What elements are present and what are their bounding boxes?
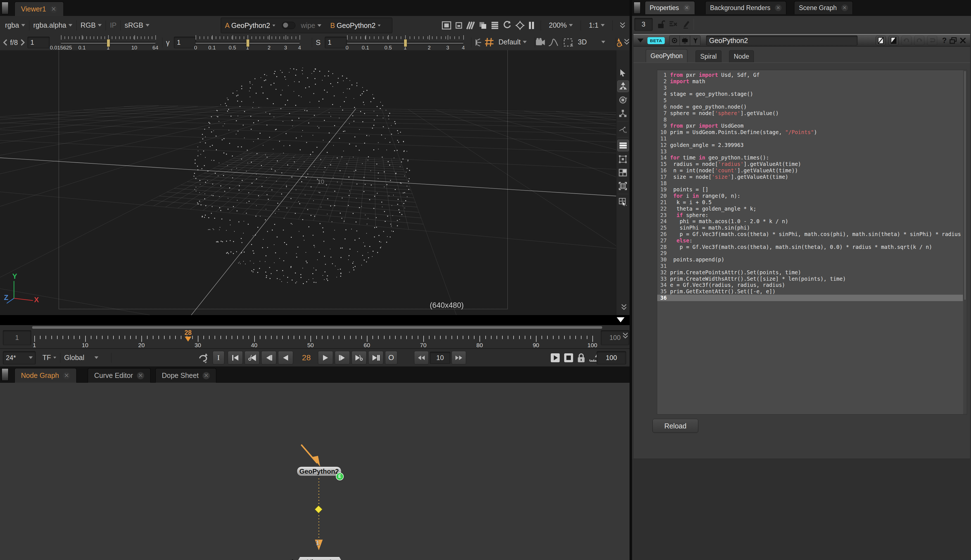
lock-range-icon[interactable] (577, 353, 586, 363)
revert-button[interactable] (927, 36, 937, 45)
headlamp-icon[interactable] (473, 38, 482, 47)
close-icon[interactable]: ✕ (137, 372, 144, 379)
cycle-button[interactable]: O (385, 351, 397, 365)
transform-axes-button[interactable] (617, 124, 629, 135)
collapse-triangle-icon[interactable] (637, 38, 644, 42)
refresh-icon[interactable] (503, 21, 512, 30)
fstop-next-icon[interactable] (20, 39, 25, 46)
node-name-input[interactable]: GeoPython2 (706, 35, 858, 45)
pause-icon[interactable] (528, 21, 534, 30)
input-process-toggle[interactable]: IP (108, 21, 118, 29)
pane-divider-handle[interactable] (634, 2, 641, 14)
skip-to-end-button[interactable] (368, 351, 384, 365)
frame-increment-box[interactable]: 10 (430, 352, 450, 364)
grid-hash-icon[interactable] (484, 37, 494, 47)
step-forward-button[interactable] (335, 351, 350, 365)
layers-panel-button[interactable] (617, 140, 629, 152)
lock-panels-icon[interactable] (657, 20, 665, 29)
fps-dropdown[interactable]: 24* (3, 351, 36, 365)
fstop-prev-icon[interactable] (3, 39, 8, 46)
roi-icon[interactable] (563, 38, 573, 47)
pixel-aspect-dropdown[interactable]: 1:1 (587, 21, 606, 29)
tab-dope-sheet[interactable]: Dope Sheet ✕ (155, 368, 216, 383)
a-buffer-dropdown[interactable]: GeoPython2 (230, 22, 277, 30)
next-keyframe-button[interactable] (352, 351, 367, 365)
camera-icon[interactable] (536, 38, 546, 47)
proxy-toggle-icon[interactable] (455, 22, 462, 29)
collapse-controls-icon[interactable] (624, 38, 630, 46)
code-editor[interactable]: 1from pxr import Usd, Sdf, Gf2import mat… (657, 70, 967, 415)
gamma-input[interactable]: 1 (174, 37, 196, 48)
b-buffer-label[interactable]: B (330, 22, 335, 30)
quad-view-button[interactable] (617, 167, 629, 178)
wipe-toggle[interactable] (282, 22, 295, 29)
tab-node-graph[interactable]: Node Graph ✕ (15, 368, 77, 383)
settings-wrench-icon[interactable] (690, 36, 700, 45)
channels-dropdown[interactable]: rgba (3, 21, 27, 29)
saturation-input[interactable]: 1 (325, 37, 347, 48)
audio-strip-expand-icon[interactable] (617, 317, 624, 322)
view-mode-dropdown[interactable]: 3D (576, 38, 607, 46)
close-icon[interactable]: ✕ (203, 372, 210, 379)
range-start-box[interactable]: 1 (3, 330, 31, 345)
node-geopython2[interactable]: GeoPython2 (297, 467, 342, 476)
close-panel-icon[interactable] (959, 37, 966, 44)
clipping-warning-icon[interactable] (516, 21, 524, 30)
playhead-marker[interactable]: 28 (182, 329, 194, 342)
undo-button[interactable] (901, 36, 911, 45)
scale-tool-button[interactable] (617, 108, 629, 119)
zebra-stripes-icon[interactable] (491, 21, 499, 30)
close-icon[interactable]: ✕ (775, 5, 782, 11)
b-buffer-dropdown[interactable]: GeoPython2 (335, 22, 382, 30)
gamma-slider[interactable]: 00.10.51234 (195, 35, 300, 50)
skip-to-start-button[interactable] (228, 351, 243, 365)
tab-curve-editor[interactable]: Curve Editor ✕ (88, 368, 150, 383)
tab-node[interactable]: Node (729, 50, 754, 62)
a-buffer-label[interactable]: A (225, 22, 230, 30)
tab-background-renders[interactable]: Background Renders ✕ (705, 1, 786, 14)
collapse-toolbar-icon[interactable] (619, 22, 626, 29)
fstop-label[interactable]: f/8 (10, 38, 18, 47)
step-back-button[interactable] (261, 351, 276, 365)
pane-divider-handle[interactable] (2, 368, 8, 381)
reload-button[interactable]: Reload (652, 419, 698, 433)
flipbook-button[interactable] (550, 353, 560, 363)
clear-panels-icon[interactable] (669, 20, 678, 28)
frame-selected-button[interactable] (617, 153, 629, 165)
float-panel-icon[interactable] (949, 37, 957, 44)
center-node-icon[interactable] (669, 36, 679, 45)
frame-scope-dropdown[interactable]: Global (63, 353, 100, 362)
help-button[interactable]: ? (942, 36, 947, 45)
colorspace-dropdown[interactable]: sRGB (123, 21, 151, 29)
fast-forward-button[interactable] (452, 351, 466, 365)
pane-divider-handle[interactable] (2, 2, 8, 14)
tab-properties[interactable]: Properties ✕ (645, 1, 695, 14)
gamma-curve-icon[interactable] (548, 38, 558, 47)
channel-mask-a-button[interactable] (876, 36, 886, 45)
wipe-pattern-icon[interactable] (466, 21, 475, 30)
viewport-collapse-icon[interactable] (621, 304, 627, 311)
gain-input[interactable]: 1 (27, 37, 50, 48)
playback-mode-icon[interactable] (198, 352, 209, 363)
zoom-level-dropdown[interactable]: 200% (547, 21, 574, 29)
viewer-audio-strip[interactable] (0, 315, 629, 325)
close-icon[interactable]: ✕ (841, 5, 848, 11)
current-frame-display[interactable]: 28 (302, 353, 311, 362)
select-tool-button[interactable] (617, 67, 629, 78)
tab-scene-graph[interactable]: Scene Graph ✕ (794, 1, 853, 14)
pane-divider[interactable] (629, 0, 632, 560)
redo-button[interactable] (914, 36, 924, 45)
fit-view-button[interactable] (617, 180, 629, 192)
max-panels-input[interactable]: 3 (634, 18, 653, 31)
play-backward-button[interactable] (278, 351, 293, 365)
tab-viewer1[interactable]: Viewer1 ✕ (15, 2, 64, 16)
fast-rewind-button[interactable] (414, 351, 429, 365)
tf-dropdown[interactable]: TF (41, 353, 58, 362)
timeline-collapse-icon[interactable] (622, 332, 629, 340)
overlay-blend-icon[interactable] (479, 21, 487, 30)
node-viewer1[interactable]: Viewer1 (297, 557, 342, 560)
close-icon[interactable]: ✕ (50, 6, 57, 13)
play-forward-button[interactable] (318, 351, 333, 365)
tab-spiral[interactable]: Spiral (696, 50, 721, 62)
channel-mask-b-button[interactable] (889, 36, 899, 45)
